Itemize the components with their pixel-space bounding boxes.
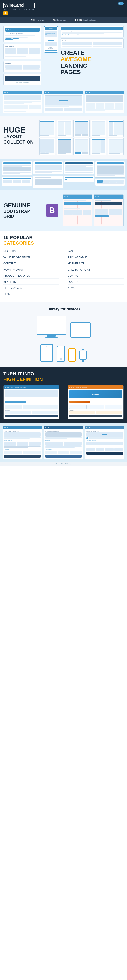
wireframes-preview-grid xyxy=(3,91,124,113)
bootstrap-section: GENUINE BOOTSTRAP GRID B xyxy=(0,190,127,231)
wf-preview-header-2 xyxy=(44,91,83,94)
wireframe-mockup-2: How it works? xyxy=(3,44,42,59)
hl-card-5 xyxy=(108,120,124,137)
hd-section: TURN IT INTO HIGH DEFINITION A nice head… xyxy=(0,367,127,423)
device-tablet-portrait xyxy=(40,344,53,362)
category-how-it-works: HOW IT WORKS xyxy=(3,267,59,272)
category-faq: FAQ xyxy=(68,249,124,254)
huge-text: HUGE LAYOUT COLLECTION xyxy=(3,120,35,145)
device-phone-orange xyxy=(68,348,76,362)
device-phone-tall xyxy=(56,346,65,362)
hd-card-header-hd: Get the full office effect xyxy=(68,385,124,389)
lp-col-4 xyxy=(95,161,125,188)
stat-combinations: 2,000+ Combinations xyxy=(71,18,100,22)
svg-marker-0 xyxy=(5,12,6,14)
wf-preview-header-3 xyxy=(85,91,124,94)
wireframe-mockup-footer: The best of the market xyxy=(3,74,42,85)
category-call-to-actions: CALL TO ACTIONS xyxy=(68,267,124,272)
bootstrap-icon: B xyxy=(46,204,58,217)
hl-card-6 xyxy=(39,138,55,155)
lp-card-7 xyxy=(95,161,125,178)
hl-card-1 xyxy=(39,120,55,137)
hero-content: A nice headline goes here! How it works? xyxy=(3,26,124,85)
hero-section: A nice headline goes here! How it works? xyxy=(0,22,127,88)
stat-combinations-label: Combinations xyxy=(83,19,96,21)
hl-card-2 xyxy=(56,120,72,137)
category-pricing-table: PRICING TABLE xyxy=(68,255,124,260)
wireframe-mockup-1: A nice headline goes here! xyxy=(3,26,42,42)
wf-preview-2 xyxy=(44,91,84,113)
device-smartwatch xyxy=(79,349,87,362)
phone-center-mockup: Features A nice headline goes here! 3,04… xyxy=(43,26,58,52)
categories-title-highlight: CATEGORIES xyxy=(3,240,34,246)
bootstrap-word: BOOTSTRAP xyxy=(3,209,42,214)
hero-title-area: CREATE AWESOME LANDING PAGES xyxy=(61,49,103,75)
logo-area: WireLand Web Wireframe collection for Sk… xyxy=(3,3,34,15)
huge-word: HUGE xyxy=(3,126,35,134)
hd-card-header-wireframe: A nice headline goes here! xyxy=(3,385,59,389)
lp-card-1 xyxy=(2,161,32,175)
stats-bar: 190+ Layouts 15 Categories 2,000+ Combin… xyxy=(0,18,127,22)
hd-high-definition: HIGH DEFINITION xyxy=(3,377,43,382)
lp-card-3 xyxy=(33,161,63,174)
huge-section: HUGE LAYOUT COLLECTION xyxy=(0,116,127,159)
categories-grid: HEADERS FAQ VALUE PROPOSITION PRICING TA… xyxy=(3,249,124,297)
category-benefits: BENEFITS xyxy=(3,279,59,285)
grid-word: GRID xyxy=(3,214,42,219)
huge-layouts-grid xyxy=(39,120,124,155)
category-testimonials: TESTIMONIALS xyxy=(3,285,59,291)
category-market-size: MARKET SIZE xyxy=(68,261,124,266)
devices-title: Library for devices xyxy=(3,307,124,312)
layouts-preview xyxy=(0,159,127,190)
category-content: CONTENT xyxy=(3,261,59,266)
categories-title: 15 POPULAR CATEGORIES xyxy=(3,235,124,246)
large-wf-3: Something great here! Value Proposition xyxy=(85,426,124,459)
bootstrap-mockups xyxy=(63,194,124,226)
hero-create: CREATE xyxy=(61,49,103,56)
wireframe-right-1: A nice headline goes here! How it works?… xyxy=(61,26,124,37)
version-badge: v 1.4 xyxy=(118,2,124,5)
lp-col-3 xyxy=(64,161,94,188)
device-desktop xyxy=(37,316,66,337)
hero-landing: LANDING xyxy=(61,63,103,69)
bootstrap-text: GENUINE BOOTSTRAP GRID xyxy=(3,202,42,219)
stat-combinations-value: 2,000+ xyxy=(75,19,82,21)
arrow-icon: → xyxy=(61,385,66,419)
hd-title: TURN IT INTO HIGH DEFINITION xyxy=(3,371,124,382)
large-wireframes-section: A nice headline goes here! How it works?… xyxy=(0,423,127,461)
sketch-icon xyxy=(3,11,8,15)
wireframe-mockup-3: Features xyxy=(3,61,42,72)
category-value-proposition: VALUE PROPOSITION xyxy=(3,255,59,260)
wf-preview-3 xyxy=(85,91,124,113)
hl-card-8 xyxy=(74,138,90,155)
stat-layouts: 190+ Layouts xyxy=(27,18,49,22)
categories-title-main: 15 POPULAR xyxy=(3,235,32,240)
stat-layouts-label: Layouts xyxy=(37,19,45,21)
wireframe-right-2: Benefits Features xyxy=(61,38,124,48)
lp-col-1 xyxy=(2,161,32,188)
category-team: TEAM xyxy=(3,291,59,297)
hl-card-9 xyxy=(91,138,107,155)
device-tablet-landscape xyxy=(71,322,91,337)
wf-preview-header-1 xyxy=(3,91,42,94)
wf-preview-1 xyxy=(3,91,42,113)
bs-mockup-2 xyxy=(94,194,124,226)
hd-turn-it-into: TURN IT INTO xyxy=(3,371,34,376)
hl-card-7 xyxy=(56,138,72,155)
lp-card-6 xyxy=(64,176,94,182)
logo-border: WireLand xyxy=(3,3,34,8)
category-headers: HEADERS xyxy=(3,249,59,254)
watermark: YRJCD.COM ☁ xyxy=(0,461,127,466)
logo-wire: Wire xyxy=(4,3,13,8)
hl-card-10 xyxy=(108,138,124,155)
layout-word: LAYOUT xyxy=(3,134,35,139)
category-empty xyxy=(68,291,124,297)
hero-wireframes-left: A nice headline goes here! How it works? xyxy=(3,26,42,85)
categories-section: 15 POPULAR CATEGORIES HEADERS FAQ VALUE … xyxy=(0,231,127,302)
large-wf-1: A nice headline goes here! How it works?… xyxy=(3,426,42,459)
hero-wireframes-right: A nice headline goes here! How it works?… xyxy=(61,26,124,75)
lp-card-2 xyxy=(2,177,32,186)
hero-pages: PAGES xyxy=(61,69,103,75)
wireframes-grid-section xyxy=(0,88,127,116)
large-wf-2: Create a better headline! Benefits Testi… xyxy=(44,426,84,459)
